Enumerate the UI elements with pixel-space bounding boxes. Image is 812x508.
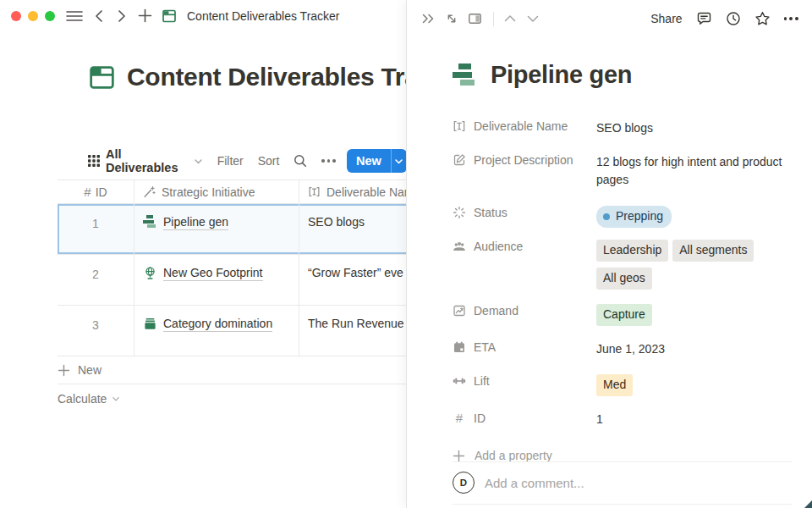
cell-deliverable[interactable]: The Run Revenue S [299, 306, 407, 356]
property-value[interactable]: Capture [596, 295, 792, 332]
new-row-label: New [78, 363, 102, 377]
hash-icon: # [84, 185, 91, 199]
property-label[interactable]: Deliverable Name [453, 111, 596, 133]
text-icon [308, 185, 321, 198]
search-icon[interactable] [294, 154, 307, 168]
cell-initiative[interactable]: New Geo Footprint [134, 255, 299, 306]
comment-icon[interactable] [696, 11, 712, 26]
globe-page-icon [143, 266, 157, 280]
minimize-window-button[interactable] [28, 11, 38, 21]
view-selector[interactable]: All Deliverables [106, 147, 189, 174]
cell-text: SEO blogs [308, 215, 365, 229]
side-peek-icon[interactable] [468, 12, 482, 25]
panel-toolbar-right: Share [650, 11, 798, 26]
property-value[interactable]: LeadershipAll segmentsAll geos [596, 231, 792, 295]
more-icon[interactable] [321, 159, 336, 163]
property-value[interactable]: Med [596, 366, 792, 402]
page-icon[interactable] [88, 64, 116, 91]
tab-title[interactable]: Content Deliverables Tracker [187, 9, 340, 23]
cell-id[interactable]: 1 [58, 204, 134, 243]
peek-page-header: Pipeline gen [453, 61, 792, 89]
cell-deliverable[interactable]: “Grow Faster” eve [299, 255, 407, 306]
bars-page-icon[interactable] [453, 64, 478, 87]
star-icon[interactable] [754, 11, 771, 26]
property-label[interactable]: Project Description [453, 145, 596, 167]
table-new-row-button[interactable]: New [58, 356, 407, 384]
calculate-button[interactable]: Calculate [58, 384, 407, 412]
page-link[interactable]: Pipeline gen [163, 215, 228, 230]
property-list: Deliverable Name SEO blogs Project Descr… [453, 111, 792, 472]
property-label[interactable]: ETA [453, 332, 596, 354]
property-value[interactable]: June 1, 2023 [596, 332, 792, 358]
cell-id[interactable]: 3 [58, 306, 134, 345]
property-label-text: Status [474, 206, 508, 219]
property-label[interactable]: Lift [453, 366, 596, 388]
lift-tag[interactable]: Med [596, 374, 633, 396]
new-tab-plus-icon[interactable] [138, 8, 152, 23]
audience-tag[interactable]: Leadership [596, 240, 668, 262]
cell-initiative[interactable]: Pipeline gen [134, 204, 299, 255]
sort-button[interactable]: Sort [258, 154, 280, 168]
audience-tag[interactable]: All geos [596, 268, 652, 290]
page-link[interactable]: Category domination [163, 317, 272, 332]
clock-icon[interactable] [726, 11, 741, 26]
more-icon[interactable] [784, 17, 798, 20]
property-label[interactable]: Status [453, 197, 596, 219]
new-record-caret[interactable] [392, 157, 408, 166]
comment-input-row[interactable]: D Add a comment... [453, 472, 792, 494]
side-peek-panel: Share Pipeline gen [406, 0, 812, 508]
page-link[interactable]: New Geo Footprint [163, 266, 263, 281]
avatar: D [453, 472, 475, 494]
table-row[interactable]: 2 New Geo Footprint “Grow Faster” eve [58, 255, 407, 306]
plus-icon [453, 450, 465, 462]
property-label[interactable]: Audience [453, 231, 596, 253]
hamburger-icon[interactable] [66, 9, 83, 23]
zoom-window-button[interactable] [45, 11, 55, 21]
people-icon [453, 240, 466, 253]
cell-initiative[interactable]: Category domination [134, 306, 299, 356]
double-chevron-right-icon[interactable] [421, 12, 436, 25]
new-record-button[interactable]: New [347, 149, 407, 173]
chevron-down-icon [194, 157, 203, 166]
property-value[interactable]: SEO blogs [596, 111, 792, 137]
property-label[interactable]: Demand [453, 295, 596, 318]
table-row[interactable]: 3 Category domination The Run Revenue S [58, 306, 407, 356]
forward-icon[interactable] [116, 9, 128, 23]
status-pill[interactable]: Prepping [596, 206, 672, 228]
divider [453, 461, 792, 462]
property-row-project-description: Project Description 12 blogs for high in… [453, 145, 792, 197]
cell-text: “Grow Faster” eve [308, 266, 403, 279]
plus-icon [58, 364, 70, 377]
property-label[interactable]: # ID [453, 402, 596, 425]
window-controls [11, 11, 55, 21]
share-button[interactable]: Share [650, 12, 682, 25]
property-value[interactable]: 1 [596, 402, 792, 428]
audience-tag[interactable]: All segments [672, 240, 754, 262]
page-title[interactable]: Content Deliverables Tracker [127, 63, 407, 91]
chart-icon [453, 304, 466, 318]
chevron-up-icon[interactable] [503, 14, 517, 24]
expand-icon[interactable] [445, 12, 458, 25]
filter-button[interactable]: Filter [217, 154, 244, 168]
new-record-label[interactable]: New [347, 154, 391, 168]
edit-icon [453, 153, 466, 167]
column-header-initiative[interactable]: Strategic Initiative [134, 179, 299, 204]
table-row[interactable]: 1 Pipeline gen SEO blogs [58, 204, 407, 255]
column-header-id[interactable]: # ID [58, 185, 134, 199]
property-row-id: # ID 1 [453, 402, 792, 436]
cell-deliverable[interactable]: SEO blogs [299, 204, 407, 255]
peek-page-title[interactable]: Pipeline gen [491, 61, 632, 89]
property-value[interactable]: 12 blogs for high intent and product pag… [596, 145, 792, 189]
column-header-deliverable[interactable]: Deliverable Name [299, 179, 407, 204]
demand-tag[interactable]: Capture [596, 304, 652, 326]
close-window-button[interactable] [11, 11, 21, 21]
bars-page-icon [143, 215, 157, 229]
comment-input[interactable]: Add a comment... [485, 476, 584, 490]
wand-icon [143, 185, 156, 198]
grid-view-icon [88, 155, 100, 167]
property-value[interactable]: Prepping [596, 197, 792, 228]
cell-id[interactable]: 2 [58, 255, 134, 294]
chevron-down-icon[interactable] [526, 14, 540, 24]
property-label-text: Project Description [474, 153, 573, 167]
back-icon[interactable] [93, 9, 105, 23]
